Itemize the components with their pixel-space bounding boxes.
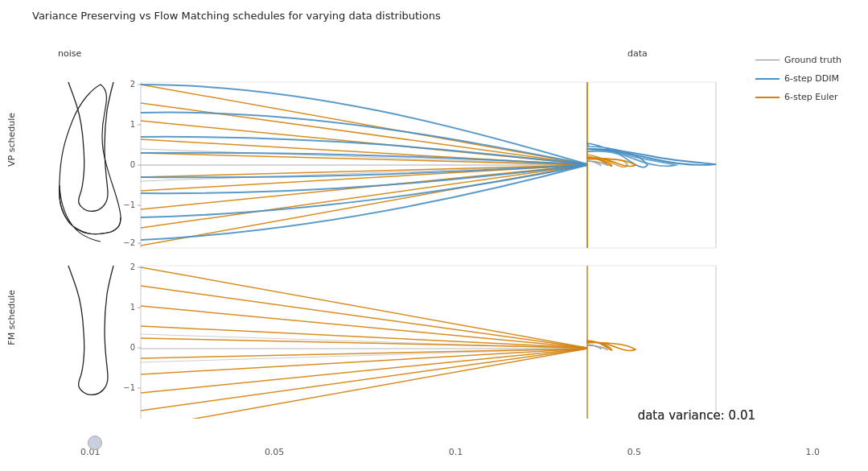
svg-line-50 xyxy=(141,349,587,358)
main-container: Variance Preserving vs Flow Matching sch… xyxy=(0,0,868,471)
svg-text:1: 1 xyxy=(130,120,135,129)
svg-text:−1: −1 xyxy=(123,200,135,209)
svg-line-48 xyxy=(141,326,587,348)
slider-ticks: 0.01 0.05 0.1 0.5 1.0 xyxy=(80,447,820,457)
svg-line-53 xyxy=(141,349,587,411)
slider-container: 0.01 0.05 0.1 0.5 1.0 xyxy=(80,432,820,457)
tick-1.0: 1.0 xyxy=(806,447,821,457)
legend-label-ddim: 6-step DDIM xyxy=(784,73,839,84)
legend-label-euler: 6-step Euler xyxy=(784,92,838,102)
svg-text:0: 0 xyxy=(130,160,135,169)
tick-0.1: 0.1 xyxy=(449,447,463,457)
vp-noise-distribution xyxy=(60,85,121,242)
slider-thumb[interactable] xyxy=(88,436,102,450)
svg-text:1: 1 xyxy=(130,303,135,312)
svg-text:2: 2 xyxy=(130,262,135,271)
svg-line-54 xyxy=(141,349,587,419)
chart-title: Variance Preserving vs Flow Matching sch… xyxy=(32,10,441,22)
svg-text:−2: −2 xyxy=(123,238,135,247)
svg-text:2: 2 xyxy=(130,80,135,89)
legend-label-ground-truth: Ground truth xyxy=(784,55,841,65)
svg-text:0: 0 xyxy=(130,343,135,352)
fm-noise-bell xyxy=(68,266,113,395)
fm-schedule-label: FM schedule xyxy=(6,290,17,345)
chart-area: 2 1 0 −1 −2 xyxy=(24,24,788,419)
tick-0.05: 0.05 xyxy=(265,447,285,457)
data-variance-label: data variance: 0.01 xyxy=(638,408,755,423)
svg-line-49 xyxy=(141,338,587,348)
svg-line-45 xyxy=(141,267,587,348)
tick-0.5: 0.5 xyxy=(627,447,642,457)
svg-line-46 xyxy=(141,286,587,348)
svg-text:−1: −1 xyxy=(123,383,135,392)
vp-schedule-label: VP schedule xyxy=(6,113,17,167)
